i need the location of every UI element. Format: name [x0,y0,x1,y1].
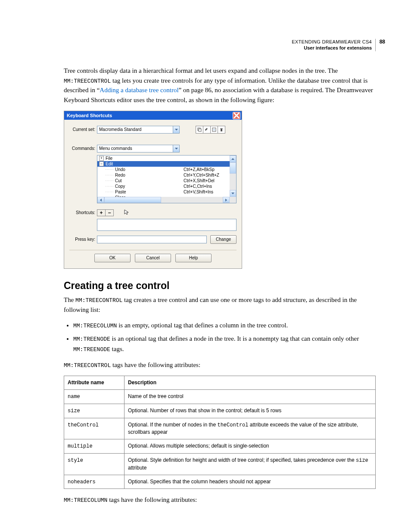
table-row: sizeOptional. Number of rows that show i… [64,404,376,418]
delete-set-icon[interactable] [218,126,225,134]
tree-node-label: Undo [115,168,125,172]
export-set-icon[interactable] [210,126,218,134]
chevron-down-icon [173,145,179,152]
bullet-2: MM:TREENODE is an optional tag that defi… [73,334,376,354]
cursor-icon [124,209,130,216]
text-segment: Name of the tree control [128,393,184,399]
table-row: multipleOptional. Allows multiple select… [64,439,376,454]
code-segment: MM:TREECOLUMN [64,497,107,504]
table-header-attr: Attribute name [64,376,125,390]
text-segment: The [64,296,75,303]
horizontal-scrollbar[interactable] [97,197,230,203]
tree-node-item[interactable]: ⋯⋯CutCtrl+X,Shift+Del [97,178,230,184]
keyboard-shortcuts-dialog: Keyboard Shortcuts Current set: Macromed… [64,111,242,269]
attr-desc-cell: Name of the tree control [125,390,376,404]
text-segment: attribute [128,465,146,471]
code-segment: theControl [217,422,248,428]
press-key-input[interactable] [97,236,207,243]
table-header-row: Attribute name Description [64,376,376,390]
attr-name-code: theControl [68,422,99,428]
help-button[interactable]: Help [175,254,212,262]
add-shortcut-button[interactable]: + [97,209,106,216]
table-header-desc: Description [125,376,376,390]
running-head-line-1: EXTENDING DREAMWEAVER CS4 [292,39,372,45]
text-segment: Optional. Specifies that the column head… [128,479,271,485]
code-segment: MM:TREECONTROL [64,362,111,369]
scroll-thumb[interactable] [230,162,236,174]
scroll-down-icon[interactable] [230,190,236,197]
section-heading: Creating a tree control [64,280,376,292]
table-row: styleOptional. Style definition for heig… [64,454,376,475]
dialog-title: Keyboard Shortcuts [67,113,112,118]
vertical-scrollbar[interactable] [230,156,236,197]
attr-desc-cell: Optional. If the number of nodes in the … [125,418,376,439]
running-head: EXTENDING DREAMWEAVER CS4 User interface… [292,39,376,51]
text-segment: is an empty, optional tag that defines a… [117,322,288,329]
page-number: 88 [380,39,385,45]
dialog-titlebar: Keyboard Shortcuts [64,111,242,120]
close-icon[interactable] [233,112,240,119]
tree-node-item[interactable]: ⋯⋯PasteCtrl+V,Shift+Ins [97,189,230,195]
code-segment: MM:TREENODE [73,346,110,353]
tree-control[interactable]: + File − Edit ⋯⋯UndoCtrl+Z,Alt+BkSp ⋯⋯Re… [97,155,237,203]
attr-desc-cell: Optional. Style definition for height an… [125,454,376,475]
current-set-label: Current set: [69,128,97,132]
duplicate-set-icon[interactable] [196,126,203,134]
collapse-icon[interactable]: − [99,162,104,166]
ok-button[interactable]: OK [94,254,131,262]
remove-shortcut-button[interactable]: − [105,209,114,216]
tree-node-file[interactable]: + File [97,156,230,161]
attr-name-code: name [68,394,80,400]
tree-node-shortcut: Ctrl+Z,Alt+BkSp [184,168,215,172]
tree-node-label: Paste [115,190,126,194]
shortcuts-list[interactable] [97,219,237,231]
tree-node-shortcut: Ctrl+C,Ctrl+Ins [184,184,212,189]
scroll-left-icon[interactable] [97,197,104,203]
press-key-label: Press key: [69,237,97,242]
tree-node-item[interactable]: ⋯⋯RedoCtrl+Y,Ctrl+Shift+Z [97,172,230,178]
current-set-value: Macromedia Standard [97,128,173,132]
tree-node-item[interactable]: ⋯⋯CopyCtrl+C,Ctrl+Ins [97,184,230,189]
chevron-down-icon [173,126,179,133]
database-tree-link[interactable]: Adding a database tree control [100,87,178,93]
attr-name-cell: noheaders [64,475,125,489]
tree-node-shortcut: Ctrl+Y,Ctrl+Shift+Z [184,173,219,177]
tree-node-edit[interactable]: − Edit [97,161,230,167]
commands-label: Commands: [69,146,97,151]
attr-desc-cell: Optional. Allows multiple selections; de… [125,439,376,454]
attr-name-cell: theControl [64,418,125,439]
expand-icon[interactable]: + [99,156,104,161]
code-segment: MM:TREENODE [73,336,110,342]
bullet-1: MM:TREECOLUMN is an empty, optional tag … [73,320,376,330]
attr-name-cell: name [64,390,125,404]
tree-node-item[interactable]: ⋯⋯UndoCtrl+Z,Alt+BkSp [97,167,230,172]
rename-set-icon[interactable] [203,126,211,134]
cancel-button[interactable]: Cancel [135,254,171,262]
change-button[interactable]: Change [210,235,237,244]
text-segment: tags have the following attributes: [111,361,200,368]
intro-text-1: Tree controls display data in a hierarch… [64,67,338,74]
svg-rect-1 [199,129,201,131]
commands-combo[interactable]: Menu commands [97,145,180,152]
commands-value: Menu commands [97,146,173,151]
section-intro-paragraph: The MM:TREECONTROL tag creates a tree co… [64,295,376,314]
attr-desc-cell: Optional. Specifies that the column head… [125,475,376,489]
footer-paragraph: MM:TREECOLUMN tags have the following at… [64,495,376,505]
scroll-right-icon[interactable] [223,197,230,203]
code-segment: MM:TREECONTROL [75,297,122,304]
attr-desc-cell: Optional. Number of rows that show in th… [125,404,376,418]
attr-name-code: style [68,457,83,464]
table-row: theControlOptional. If the number of nod… [64,418,376,439]
attr-name-cell: style [64,454,125,475]
text-segment: tags. [110,345,124,352]
attr-name-code: size [68,408,80,414]
attr-name-cell: multiple [64,439,125,454]
scroll-up-icon[interactable] [230,156,236,162]
table-row: noheadersOptional. Specifies that the co… [64,475,376,489]
current-set-combo[interactable]: Macromedia Standard [97,126,180,134]
attr-name-code: multiple [68,443,93,449]
tree-node-label: Edit [106,162,113,166]
code-segment: MM:TREECOLUMN [73,323,117,329]
scroll-thumb[interactable] [104,197,161,203]
text-segment: Optional. Allows multiple selections; de… [128,443,269,449]
